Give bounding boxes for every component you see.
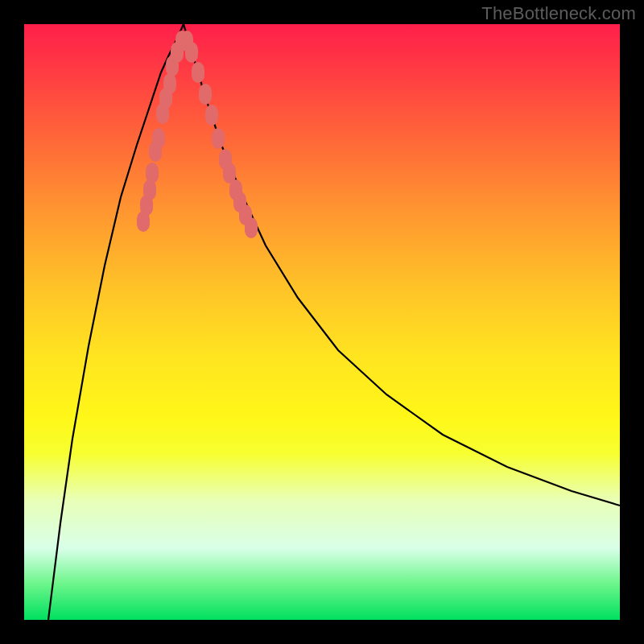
data-marker: [245, 217, 258, 238]
data-marker: [163, 73, 176, 94]
chart-svg: [24, 24, 620, 620]
data-marker: [212, 128, 225, 149]
data-marker: [192, 62, 204, 83]
data-marker: [146, 163, 159, 184]
right-curve: [184, 24, 620, 506]
data-marker: [199, 84, 212, 105]
data-marker: [205, 105, 218, 126]
data-markers: [137, 31, 258, 238]
data-marker: [185, 42, 198, 63]
chart-frame: TheBottleneck.com: [0, 0, 644, 644]
data-marker: [152, 128, 165, 149]
watermark-text: TheBottleneck.com: [481, 3, 636, 24]
